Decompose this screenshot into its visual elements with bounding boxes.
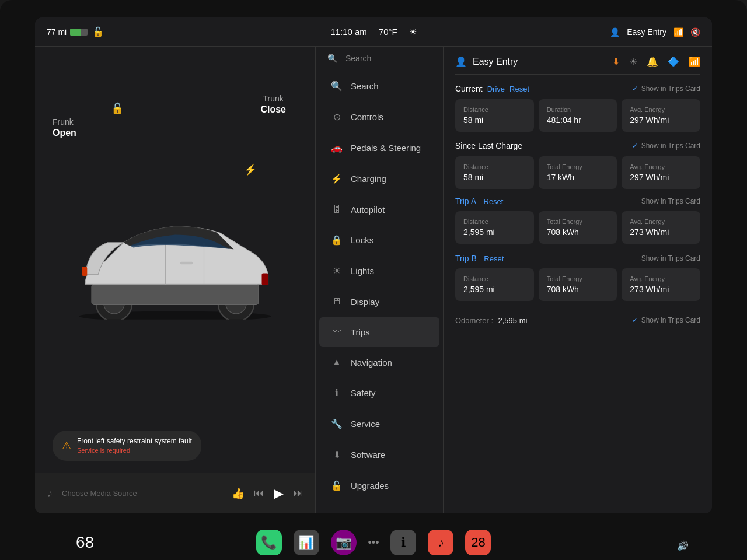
charge-distance-value: 58 mi [463,173,526,182]
bluetooth-icon: 🔷 [668,56,679,67]
odometer-row: Odometer : 2,595 mi ✓ Show in Trips Card [455,310,700,330]
wifi-icon: 📶 [673,27,683,37]
charge-energy-total-value: 17 kWh [547,173,609,182]
trip-a-energy-total-label: Total Energy [547,218,609,225]
info-icon[interactable]: ℹ [390,530,416,555]
safety-nav-icon: ℹ [331,387,343,398]
alert-icon: ⚠ [62,439,71,452]
lights-nav-label: Lights [351,266,374,276]
autopilot-nav-label: Autopilot [351,205,385,215]
battery-text: 77 mi [47,27,67,37]
nav-item-safety[interactable]: ℹSafety [319,378,439,408]
current-energy-value: 297 Wh/mi [630,116,692,125]
trip-b-energy-total-value: 708 kWh [547,285,609,294]
drive-label: Drive [487,85,505,93]
search-icon: 🔍 [327,54,337,63]
nav-item-charging[interactable]: ⚡Charging [319,164,439,194]
media-source-label[interactable]: Choose Media Source [62,489,222,498]
phone-icon[interactable]: 📞 [256,530,282,555]
service-nav-icon: 🔧 [331,418,343,429]
charge-distance-cell: Distance 58 mi [455,156,534,189]
trip-a-reset[interactable]: Reset [484,197,504,206]
volume-icon[interactable]: 🔊 [677,540,689,551]
nav-item-controls[interactable]: ⊙Controls [319,102,439,132]
trip-a-avg-energy-label: Avg. Energy [630,218,692,225]
profile-icon: 👤 [610,27,620,37]
charge-avg-energy-value: 297 Wh/mi [630,173,692,182]
odometer-checkmark: ✓ [632,316,638,324]
equalizer-icon[interactable]: 📊 [294,530,319,555]
current-drive-header: Current Drive Reset ✓ Show in Trips Card [455,84,700,93]
odometer-value: 2,595 mi [498,316,527,325]
software-nav-label: Software [351,450,385,460]
search-item[interactable]: 🔍 Search [316,47,443,70]
trips-header: 👤 Easy Entry ⬇ ☀ 🔔 🔷 📶 [455,56,700,75]
navigation-nav-label: Navigation [351,358,392,368]
trunk-label: Trunk Close [260,93,286,116]
trip-b-show-text: Show in Trips Card [641,254,700,262]
trip-b-energy-total-cell: Total Energy 708 kWh [539,268,617,301]
trip-a-header: Trip A Reset Show in Trips Card [455,196,700,206]
trip-a-energy-total-cell: Total Energy 708 kWh [539,211,617,244]
software-nav-icon: ⬇ [331,449,343,460]
odometer-left: Odometer : 2,595 mi [455,315,527,326]
more-dots[interactable]: ••• [368,537,379,549]
trip-a-avg-energy-value: 273 Wh/mi [630,228,692,237]
nav-item-service[interactable]: 🔧Service [319,409,439,439]
nav-item-locks[interactable]: 🔒Locks [319,225,439,255]
nav-item-upgrades[interactable]: 🔓Upgrades [319,471,439,501]
nav-item-display[interactable]: 🖥Display [319,287,439,316]
trip-a-section: Trip A Reset Show in Trips Card Distance… [455,196,700,244]
checkmark-icon: ✓ [632,85,638,93]
trip-a-energy-total-value: 708 kWh [547,228,609,237]
trips-nav-label: Trips [351,327,370,337]
nav-item-trips[interactable]: 〰Trips [319,317,439,346]
pedals-nav-icon: 🚗 [331,142,343,153]
camera-icon[interactable]: 📷 [331,530,357,555]
show-trips-text: Show in Trips Card [641,85,700,93]
trips-header-profile: 👤 Easy Entry [455,56,518,67]
current-label: Current [455,84,483,93]
profile-header-icon: 👤 [455,56,467,67]
current-drive-reset[interactable]: Reset [509,85,529,93]
odometer-show-text: Show in Trips Card [641,316,700,324]
current-drive-stats: Distance 58 mi Duration 481:04 hr Avg. E… [455,99,700,132]
nav-item-navigation[interactable]: ▲Navigation [319,348,439,377]
next-button[interactable]: ⏭ [293,487,303,499]
frunk-status: Open [53,127,76,139]
trip-b-avg-energy-label: Avg. Energy [630,275,692,282]
search-label: Search [345,54,371,63]
trip-b-show-trips: Show in Trips Card [641,254,700,262]
current-duration-value: 481:04 hr [547,116,609,125]
trip-b-reset[interactable]: Reset [484,254,504,263]
calendar-icon[interactable]: 28 [465,530,491,555]
alert-title: Front left safety restraint system fault [77,436,192,446]
play-button[interactable]: ▶ [274,486,284,501]
taskbar-number: 68 [76,533,94,552]
trip-b-avg-energy-cell: Avg. Energy 273 Wh/mi [622,268,700,301]
last-charge-header: Since Last Charge ✓ Show in Trips Card [455,141,700,150]
nav-item-pedals[interactable]: 🚗Pedals & Steering [319,133,439,163]
trip-a-avg-energy-cell: Avg. Energy 273 Wh/mi [622,211,700,244]
status-left: 77 mi 🔓 [47,26,264,37]
like-button[interactable]: 👍 [232,487,245,500]
nav-item-lights[interactable]: ☀Lights [319,256,439,286]
trip-b-distance-label: Distance [463,275,526,282]
prev-button[interactable]: ⏮ [254,487,264,499]
status-bar: 77 mi 🔓 11:10 am 70°F ☀ 👤 Easy Entry 📶 🔇 [35,18,712,47]
unlock-icon: 🔓 [111,102,124,115]
alert-subtitle: Service is required [77,446,192,455]
trip-b-header: Trip B Reset Show in Trips Card [455,253,700,264]
trunk-status: Close [260,104,286,116]
music-icon[interactable]: ♪ [428,530,453,555]
charge-avg-energy-label: Avg. Energy [630,163,692,170]
current-drive-actions: Current Drive Reset [455,84,529,93]
trip-a-show-trips: Show in Trips Card [641,197,700,205]
nav-item-search[interactable]: 🔍Search [319,71,439,101]
nav-item-autopilot[interactable]: 🎛Autopilot [319,195,439,224]
last-charge-show-trips: ✓ Show in Trips Card [632,142,700,150]
nav-item-software[interactable]: ⬇Software [319,440,439,470]
charge-distance-label: Distance [463,163,526,170]
taskbar: 68 📞 📊 📷 ••• ℹ ♪ 28 🔊 [0,525,747,560]
current-distance-label: Distance [463,106,526,113]
